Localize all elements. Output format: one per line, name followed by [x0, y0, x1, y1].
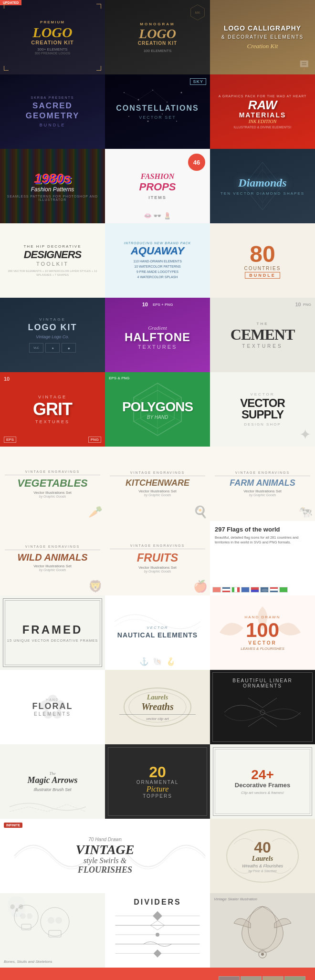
thumb-1: 🚲: [219, 976, 240, 980]
cell-nautical[interactable]: Vector NAUTICAL ELEMENTS ⚓🐚🪝: [105, 595, 210, 670]
nautical-icons: ⚓🐚🪝: [139, 657, 176, 666]
cell-cement[interactable]: THE 10 PNG CEMENT TEXTURES: [210, 298, 315, 372]
nautical-deco: [110, 598, 205, 646]
cell-decorative-frames[interactable]: 24+ Decorative Frames Clip art vectors &…: [210, 744, 315, 819]
cell-fruits[interactable]: VINTAGE ENGRAVINGS FRUITS Vector Illustr…: [105, 521, 210, 595]
row-10: HAND FLORAL ELEMENTS ✿ Laurels Wreaths v…: [0, 670, 315, 744]
gradient-label: Gradient: [148, 325, 167, 331]
calligraphy-title: LOGO CALLIGRAPHY& DECORATIVE ELEMENTS: [221, 24, 304, 41]
cell-dividers[interactable]: DIVIDERS: [105, 893, 210, 968]
kit-detail: by Graphic Goods: [144, 493, 171, 497]
cell-designers[interactable]: THE HIP DECORATIVE DESIGNERS TOOLKIT 200…: [0, 223, 105, 298]
vintage-grit-label: VINTAGE: [38, 395, 67, 399]
cell-skater[interactable]: Vintage Skater Illustration: [210, 893, 315, 968]
cell-linear-ornaments[interactable]: BEAUTIFUL LINEAR ORNAMENTS: [210, 670, 315, 744]
cell-farm-animals[interactable]: VINTAGE ENGRAVINGS FARM ANIMALS Vector I…: [210, 447, 315, 521]
corner-tr: [96, 4, 101, 9]
cell-floral[interactable]: HAND FLORAL ELEMENTS ✿: [0, 670, 105, 744]
cell-vegetables[interactable]: VINTAGE ENGRAVINGS VEGETABLES Vector Ill…: [0, 447, 105, 521]
leaf-deco: [215, 602, 310, 664]
cell-magic-arrows[interactable]: The Magic Arrows Illustrator Brush Set: [0, 744, 105, 819]
monogram-logo-title: LOGO: [139, 27, 176, 41]
cell-framed[interactable]: FRAMED 15 UNIQUE VECTOR DECORATIVE FRAME…: [0, 595, 105, 670]
dec-frames-inner: [215, 749, 310, 814]
cell-ornamental-picture[interactable]: 20 ORNAMENTAL Picture TOPPERS: [105, 744, 210, 819]
row-11: The Magic Arrows Illustrator Brush Set 2…: [0, 744, 315, 819]
polygons-title: POLYGONS: [122, 399, 193, 415]
monogram-label: MONOGRAM: [140, 22, 175, 26]
framed-inner: [5, 600, 100, 665]
cell-sacred-geometry[interactable]: SKRBA PRESENTS SACREDGEOMETRY BUNDLE: [0, 74, 105, 149]
creation-kit-label-2: Creation Kit: [247, 42, 278, 50]
skater-svg: [224, 899, 301, 961]
cell-vintage-swirls[interactable]: INFINITE 70 Hand Drawn VINTAGE style Swi…: [0, 819, 210, 893]
veg-detail: by Graphic Goods: [39, 495, 66, 498]
cell-1980s[interactable]: 1980s Fashion Patterns SEAMLESS PATTERNS…: [0, 149, 105, 223]
halftone-count: 10 EPS + PNG: [142, 302, 173, 307]
page-container: UPDATED PREMIUM LOGO CREATION KIT 300+ E…: [0, 0, 315, 980]
cell-diamonds[interactable]: Diamonds TEN VECTOR DIAMOND SHAPES: [210, 149, 315, 223]
cell-80-bundle[interactable]: 80 COUNTRIES BUNDLE: [210, 223, 315, 298]
fruits-detail: by Graphic Goods: [144, 570, 171, 573]
magic-arrows-title: Magic Arrows: [28, 776, 78, 785]
cell-logo-calligraphy[interactable]: LOGO CALLIGRAPHY& DECORATIVE ELEMENTS Cr…: [210, 0, 315, 74]
thumb-4: 🍃: [284, 976, 305, 980]
cement-count: 10 PNG: [295, 302, 311, 307]
cell-fashion-props[interactable]: FASHION PROPS 46 ITEMS 👄 🕶️ 💄: [105, 149, 210, 223]
flags-title: 297 Flags of the world: [215, 526, 280, 533]
premium-label: PREMIUM: [40, 20, 65, 24]
design-shop: DESIGN SHOP: [244, 422, 281, 427]
dividers-title: DIVIDERS: [134, 898, 181, 907]
cell-aquaway[interactable]: INTRODUCING NEW BRAND PACK AQUAWAY 110 H…: [105, 223, 210, 298]
cell-flags[interactable]: 297 Flags of the world Beautiful, detail…: [210, 521, 315, 595]
row-12: INFINITE 70 Hand Drawn VINTAGE style Swi…: [0, 819, 315, 893]
vintage-logo-co: Vintage Logo Co.: [36, 334, 69, 339]
farm-detail: by Graphic Goods: [249, 493, 276, 497]
cell-laurels-2[interactable]: 40 Laurels Wreaths & Flourishes by Pixie…: [210, 819, 315, 893]
cell-halftone[interactable]: 10 EPS + PNG Gradient HALFTONE TEXTURES: [105, 298, 210, 372]
kit-engraving-label: VINTAGE ENGRAVINGS: [110, 471, 205, 476]
grit-eps: EPS: [4, 437, 16, 443]
svg-text:MK: MK: [195, 10, 200, 15]
prop-icons: 👄 🕶️ 💄: [144, 212, 172, 219]
fruits-illustration: 🍎: [193, 580, 208, 593]
svg-point-44: [156, 933, 159, 937]
svg-point-12: [190, 106, 191, 107]
ornamental-border-outer: [108, 747, 207, 816]
svg-point-5: [52, 108, 66, 122]
wreath-deco-2: [220, 825, 305, 887]
logo-kit-title: LOGO KIT: [28, 323, 77, 333]
cell-constellations[interactable]: SKY CONSTELLATIONS VECTOR SET: [105, 74, 210, 149]
textures-label: TEXTURES: [138, 344, 178, 350]
monogram-sub: 100 ELEMENTS: [144, 49, 172, 53]
farm-animals-title: FARM ANIMALS: [230, 478, 295, 488]
footer: The Complete Vector Design Toolkit 1000s…: [0, 968, 315, 980]
wild-animals-title: WILD ANIMALS: [17, 552, 87, 563]
logo-previews: VLC ★ ◆: [29, 343, 76, 353]
cell-vintage-logo-kit[interactable]: VINTAGE LOGO KIT Vintage Logo Co. VLC ★ …: [0, 298, 105, 372]
cell-100-vector[interactable]: HAND DRAWN 100 VECTOR LEAVES & FLOURISHE…: [210, 595, 315, 670]
hip-label: THE HIP DECORATIVE: [23, 244, 81, 249]
skulls-label: Bones, Skulls and Skeletons: [4, 959, 52, 964]
cell-polygons[interactable]: EPS & PNG POLYGONS BY HAND: [105, 372, 210, 447]
items-label: ITEMS: [148, 195, 167, 200]
wild-illustration: 🦁: [88, 580, 103, 593]
corner-tl: [4, 4, 9, 9]
by-hand-label: BY HAND: [147, 415, 168, 420]
farm-illustration: 🐄: [298, 505, 313, 519]
cell-vector-supply[interactable]: Vector VECTOR SUPPLY DESIGN SHOP ✦: [210, 372, 315, 447]
cell-skulls[interactable]: Bones, Skulls and Skeletons 💀: [0, 893, 105, 968]
cell-grit[interactable]: 10 EPS PNG VINTAGE GRIT TEXTURES: [0, 372, 105, 447]
row-2: SKRBA PRESENTS SACREDGEOMETRY BUNDLE SKY…: [0, 74, 315, 149]
svg-point-3: [45, 97, 60, 112]
thumb-3: ✦: [262, 976, 284, 980]
cell-logo-creation-1[interactable]: UPDATED PREMIUM LOGO CREATION KIT 300+ E…: [0, 0, 105, 74]
illustrated-label: ILLUSTRATED & DIVINE ELEMENTS!: [234, 125, 291, 129]
cell-raw-materials[interactable]: A GRAPHICS PACK FOR THE MAD AT HEART RAW…: [210, 74, 315, 149]
illustrator-brush-label: Illustrator Brush Set: [33, 787, 71, 792]
cell-laurels-wreaths[interactable]: Laurels Wreaths vector clip art: [105, 670, 210, 744]
cell-monogram-logo[interactable]: MONOGRAM LOGO CREATION KIT 100 ELEMENTS …: [105, 0, 210, 74]
cell-wild-animals[interactable]: VINTAGE ENGRAVINGS WILD ANIMALS Vector I…: [0, 521, 105, 595]
cell-kitchenware[interactable]: VINTAGE ENGRAVINGS KITCHENWARE Vector Il…: [105, 447, 210, 521]
flags-sub: Beautiful, detailed flag icons for all 2…: [215, 535, 310, 545]
